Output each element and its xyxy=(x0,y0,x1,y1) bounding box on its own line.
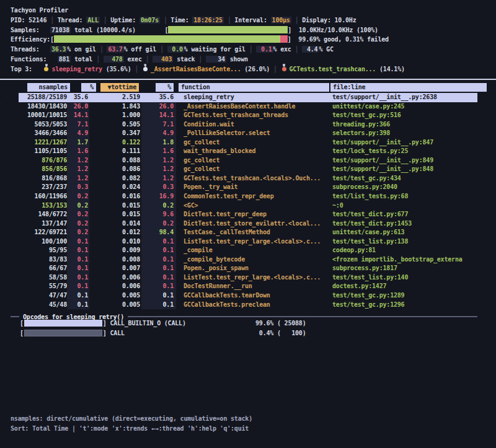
table-row-selected[interactable]: ►25188/2518935.62.51935.6sleeping_retryt… xyxy=(19,93,477,102)
table-row[interactable]: 816/8681.20.0821.2GCTests.test_trashcan.… xyxy=(19,174,477,183)
table-row[interactable]: 3466/34664.90.3474.9_PollLikeSelector.se… xyxy=(19,129,477,138)
status-text: Functions: xyxy=(11,56,58,63)
tottime-cell: 0.111 xyxy=(89,147,141,156)
table-row[interactable]: 66/670.10.0070.1Popen._posix_spawnsubpro… xyxy=(19,264,477,273)
table-row[interactable]: 18430/1843026.01.84326.0_AssertRaisesBas… xyxy=(19,102,477,112)
opcode-label: CALL_BUILTIN_O (CALL) xyxy=(110,320,185,327)
help-footer: nsamples: direct/cumulative (direct=exec… xyxy=(11,414,252,434)
column-header-file-line[interactable]: file:line xyxy=(330,83,487,92)
functions-shown: 34 xyxy=(206,56,226,63)
tottime-cell: 0.088 xyxy=(89,156,141,165)
status-text: │ xyxy=(156,46,167,53)
tottime-cell: 0.505 xyxy=(89,120,141,130)
nsamples-cell: 10001/10015 xyxy=(19,111,67,120)
file-line-cell: test/test_gc.py:1296 xyxy=(332,301,477,310)
status-text: exec xyxy=(124,56,142,63)
direct-pct-cell: 7.1 xyxy=(67,120,89,130)
table-row[interactable]: 58/580.10.0060.1ListTest.test_repr_large… xyxy=(19,273,477,283)
function-cell: CommonTest.test_repr_deep xyxy=(184,192,332,201)
table-row[interactable]: 137/1470.20.0140.2DictTest.test_store_ev… xyxy=(19,219,477,229)
nsamples-cell: 856/856 xyxy=(19,165,67,174)
cell-gap xyxy=(176,291,184,301)
cumulative-pct-cell: 0.1 xyxy=(141,273,176,283)
file-line-cell: test/support/__init__.py:849 xyxy=(332,156,477,165)
file-line-cell: test/lock_tests.py:25 xyxy=(332,147,477,156)
tottime-cell: 0.015 xyxy=(89,210,141,219)
opcode-row: [] CALL_BUILTIN_O (CALL)99.6% ( 25088) xyxy=(20,318,496,328)
table-row[interactable]: 1105/11051.60.1111.6wait_threads_blocked… xyxy=(19,147,477,156)
table-row[interactable]: 100/1000.10.0100.1ListTest.test_repr_lar… xyxy=(19,237,477,247)
top1-name: sleeping_retry xyxy=(51,66,102,72)
direct-pct-cell: 0.2 xyxy=(67,228,89,237)
functions-exec: 478 xyxy=(104,56,124,63)
function-cell: GCCallbackTests.tearDown xyxy=(184,291,332,301)
table-row[interactable]: 856/8561.20.0861.2gc_collecttest/support… xyxy=(19,165,477,174)
table-row[interactable]: 160/119660.20.01616.9CommonTest.test_rep… xyxy=(19,192,477,201)
bar-bracket: ] xyxy=(103,320,110,327)
cell-gap xyxy=(176,147,184,156)
cell-gap xyxy=(176,219,184,229)
nsamples-cell: 160/11966 xyxy=(19,192,67,201)
table-row[interactable]: 55/790.10.0060.1DocTestRunner.__rundocte… xyxy=(19,282,477,291)
opcode-value: 99.6% ( 25088) xyxy=(255,318,306,328)
table-row[interactable]: 153/1530.20.0150.2<GC>~:0 xyxy=(19,201,477,211)
column-header-nsamples[interactable]: nsamples xyxy=(27,83,70,92)
table-row[interactable]: 45/480.10.0050.1GCCallbackTests.preclean… xyxy=(19,301,477,310)
cell-gap xyxy=(176,120,184,130)
file-line-cell: subprocess.py:2040 xyxy=(332,183,477,192)
nsamples-cell: 1105/1105 xyxy=(19,147,67,156)
direct-pct-cell: 0.1 xyxy=(67,237,89,247)
status-text: Top 3: xyxy=(11,66,43,72)
function-cell: _compile_bytecode xyxy=(184,255,332,265)
app-title: Tachyon Profiler xyxy=(11,6,491,15)
table-row[interactable]: 122/697210.20.01298.4TestCase._callTestM… xyxy=(19,228,477,237)
table-row[interactable]: 5053/50537.10.5057.1Condition.waitthread… xyxy=(19,120,477,130)
function-cell: _compile xyxy=(184,246,332,255)
table-row[interactable]: 83/830.10.0080.1_compile_bytecode<frozen… xyxy=(19,255,477,265)
table-row[interactable]: 10001/1001514.11.00014.1GCTests.test_tra… xyxy=(19,111,477,120)
bar-bracket: [ xyxy=(20,330,24,336)
cell-gap xyxy=(176,111,184,120)
nsamples-legend: nsamples: direct/cumulative (direct=exec… xyxy=(11,414,252,424)
status-text: │ xyxy=(92,56,103,63)
status-text: Samples: xyxy=(11,27,50,33)
efficiency-summary: 99.69% good, 0.31% failed xyxy=(291,36,389,43)
file-line-cell: doctest.py:1427 xyxy=(332,282,477,291)
status-text: Display: xyxy=(302,17,334,24)
cell-gap xyxy=(176,255,184,265)
status-text: Efficiency: xyxy=(11,36,50,43)
table-row[interactable]: 1221/12671.70.1221.8gc_collecttest/suppo… xyxy=(19,138,477,147)
direct-pct-cell: 0.1 xyxy=(67,291,89,301)
tottime-cell: 0.082 xyxy=(89,174,141,183)
table-row[interactable]: 148/67720.20.0159.6DictTest.test_repr_de… xyxy=(19,210,477,219)
cumulative-pct-cell: 0.1 xyxy=(141,264,176,273)
nsamples-cell: 83/83 xyxy=(19,255,67,265)
column-header-tottime[interactable]: ▼tottime xyxy=(100,83,139,92)
opcode-list: [] CALL_BUILTIN_O (CALL)99.6% ( 25088)[]… xyxy=(20,318,496,338)
cumulative-pct-cell: 0.2 xyxy=(141,219,176,229)
table-row[interactable]: 47/470.10.0050.1GCCallbackTests.tearDown… xyxy=(19,291,477,301)
waiting-gil-pct: 0.0 xyxy=(167,46,184,53)
cell-gap xyxy=(176,138,184,147)
direct-pct-cell: 1.2 xyxy=(67,174,89,183)
status-text: │ xyxy=(160,17,170,24)
status-text: total xyxy=(71,56,92,63)
tottime-cell: 0.086 xyxy=(89,165,141,174)
column-header-[interactable]: % xyxy=(156,83,174,92)
table-row[interactable]: 876/8761.20.0881.2gc_collecttest/support… xyxy=(19,156,477,165)
tottime-cell: 0.009 xyxy=(89,246,141,255)
file-line-cell: test/test_dict.py:677 xyxy=(332,210,477,219)
direct-pct-cell: 0.1 xyxy=(67,301,89,310)
file-line-cell: test/support/__init__.py:847 xyxy=(332,138,477,147)
file-line-cell: test/support/__init__.py:848 xyxy=(332,165,477,174)
column-header-function[interactable]: function xyxy=(179,83,329,92)
file-line-cell: selectors.py:398 xyxy=(332,129,477,138)
cell-gap xyxy=(176,301,184,310)
table-row[interactable]: 95/950.10.0090.1_compilecodeop.py:81 xyxy=(19,246,477,255)
nsamples-cell: 55/79 xyxy=(19,282,67,291)
direct-pct-cell: 35.6 xyxy=(67,93,89,102)
table-row[interactable]: 237/2370.30.0240.3Popen._try_waitsubproc… xyxy=(19,183,477,192)
opcode-bar xyxy=(24,320,102,327)
opcode-value: 0.4% ( 100) xyxy=(255,328,306,338)
column-header-[interactable]: % xyxy=(81,83,96,92)
